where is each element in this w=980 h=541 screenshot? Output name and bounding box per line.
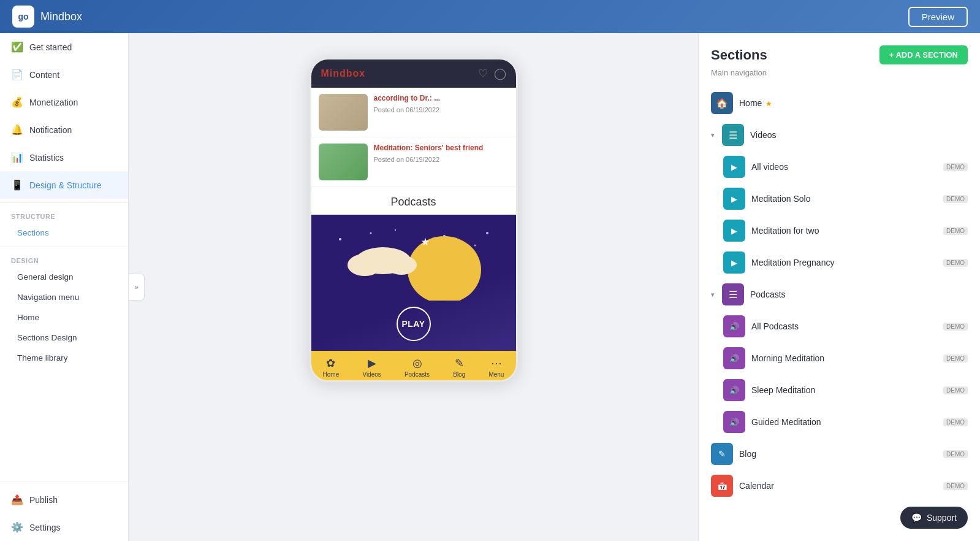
tree-item-meditation-pregnancy[interactable]: ▶ Meditation Pregnancy DEMO bbox=[717, 247, 974, 278]
blog-text-1: according to Dr.: ... Posted on 06/19/20… bbox=[374, 94, 509, 131]
sidebar-sub-item-theme-library[interactable]: Theme library bbox=[0, 348, 128, 368]
add-section-button[interactable]: + ADD A SECTION bbox=[879, 45, 968, 64]
nav-tree: 🏠 Home ★ ▾ ☰ Videos ▶ All videos DEMO bbox=[699, 87, 980, 502]
tree-label-all-podcasts: All Podcasts bbox=[751, 321, 937, 331]
publish-icon: 📤 bbox=[11, 494, 23, 505]
all-podcasts-icon: 🔊 bbox=[723, 315, 745, 337]
support-chat-icon: 💬 bbox=[911, 513, 922, 523]
sidebar-item-content[interactable]: 📄 Content bbox=[0, 61, 128, 88]
tree-label-videos: Videos bbox=[750, 130, 968, 140]
tree-item-meditation-two[interactable]: ▶ Meditation for two DEMO bbox=[717, 215, 974, 247]
blog-title-2: Meditation: Seniors' best friend bbox=[374, 144, 509, 153]
tree-item-meditation-solo[interactable]: ▶ Meditation Solo DEMO bbox=[717, 183, 974, 215]
sidebar-bottom: 📤 Publish ⚙️ Settings bbox=[0, 478, 128, 541]
collapse-panel-button[interactable]: » bbox=[129, 274, 145, 301]
chart-icon: 📊 bbox=[11, 152, 23, 163]
tree-item-all-videos[interactable]: ▶ All videos DEMO bbox=[717, 151, 974, 183]
demo-badge-meditation-pregnancy: DEMO bbox=[943, 259, 968, 267]
home-tree-icon: 🏠 bbox=[711, 92, 733, 114]
demo-badge-sleep-meditation: DEMO bbox=[943, 386, 968, 394]
svg-point-1 bbox=[370, 232, 371, 234]
tree-item-calendar[interactable]: 📅 Calendar DEMO bbox=[705, 470, 974, 502]
blog-date-1: Posted on 06/19/2022 bbox=[374, 106, 509, 113]
blog-item-2: Meditation: Seniors' best friend Posted … bbox=[311, 137, 516, 187]
phone-nav-menu[interactable]: ⋯ Menu bbox=[488, 356, 504, 378]
moon-illustration bbox=[322, 227, 506, 301]
sidebar-item-get-started[interactable]: ✅ Get started bbox=[0, 33, 128, 61]
phone-nav-bar: ✿ Home ▶ Videos ◎ Podcasts ✎ Blog ⋯ Me bbox=[311, 351, 516, 380]
demo-badge-morning-meditation: DEMO bbox=[943, 355, 968, 363]
main-layout: ✅ Get started 📄 Content 💰 Monetization 🔔… bbox=[0, 33, 980, 541]
tree-item-all-podcasts[interactable]: 🔊 All Podcasts DEMO bbox=[717, 310, 974, 342]
sidebar-item-publish[interactable]: 📤 Publish bbox=[0, 486, 128, 513]
tree-label-morning-meditation: Morning Meditation bbox=[751, 353, 937, 363]
profile-icon: ◯ bbox=[494, 67, 506, 80]
tree-label-sleep-meditation: Sleep Meditation bbox=[751, 385, 937, 395]
morning-meditation-icon: 🔊 bbox=[723, 347, 745, 369]
tree-label-blog: Blog bbox=[739, 449, 937, 459]
divider-3 bbox=[0, 482, 128, 482]
tree-label-guided-meditation: Guided Meditation bbox=[751, 417, 937, 427]
app-name: Mindbox bbox=[40, 10, 82, 23]
guided-meditation-icon: 🔊 bbox=[723, 411, 745, 433]
videos-subtree: ▶ All videos DEMO ▶ Meditation Solo DEMO… bbox=[717, 151, 974, 278]
phone-nav-videos[interactable]: ▶ Videos bbox=[362, 356, 381, 378]
phone-nav-podcasts[interactable]: ◎ Podcasts bbox=[405, 356, 430, 378]
podcast-banner: PLAY bbox=[311, 215, 516, 351]
podcasts-chevron-icon[interactable]: ▾ bbox=[711, 291, 715, 299]
demo-badge-guided-meditation: DEMO bbox=[943, 418, 968, 426]
sidebar-sub-item-sections[interactable]: Sections bbox=[0, 223, 128, 243]
tree-item-guided-meditation[interactable]: 🔊 Guided Meditation DEMO bbox=[717, 406, 974, 438]
tree-item-sleep-meditation[interactable]: 🔊 Sleep Meditation DEMO bbox=[717, 374, 974, 406]
sidebar-sub-item-home[interactable]: Home bbox=[0, 307, 128, 328]
phone-nav-home[interactable]: ✿ Home bbox=[323, 356, 340, 378]
demo-badge-all-podcasts: DEMO bbox=[943, 323, 968, 331]
sidebar-sub-item-sections-design[interactable]: Sections Design bbox=[0, 328, 128, 348]
blog-thumb-1 bbox=[319, 94, 368, 131]
svg-point-3 bbox=[474, 245, 476, 247]
podcasts-section-header: Podcasts bbox=[311, 187, 516, 215]
blog-date-2: Posted on 06/19/2022 bbox=[374, 156, 509, 163]
meditation-two-icon: ▶ bbox=[723, 220, 745, 242]
tree-item-videos[interactable]: ▾ ☰ Videos bbox=[705, 119, 974, 151]
sidebar-item-statistics[interactable]: 📊 Statistics bbox=[0, 144, 128, 171]
tree-item-home[interactable]: 🏠 Home ★ bbox=[705, 87, 974, 119]
videos-chevron-icon[interactable]: ▾ bbox=[711, 131, 715, 139]
sidebar-item-monetization[interactable]: 💰 Monetization bbox=[0, 88, 128, 116]
svg-point-0 bbox=[339, 238, 341, 240]
meditation-solo-icon: ▶ bbox=[723, 188, 745, 210]
preview-button[interactable]: Preview bbox=[908, 7, 968, 27]
svg-point-4 bbox=[486, 232, 488, 234]
phone-nav-blog[interactable]: ✎ Blog bbox=[453, 356, 465, 378]
calendar-tree-icon: 📅 bbox=[711, 475, 733, 497]
tree-label-meditation-solo: Meditation Solo bbox=[751, 194, 937, 204]
blog-item-1: according to Dr.: ... Posted on 06/19/20… bbox=[311, 88, 516, 137]
phone-header: Mindbox ♡ ◯ bbox=[311, 59, 516, 88]
svg-point-9 bbox=[386, 255, 417, 275]
tree-label-home: Home ★ bbox=[739, 98, 968, 108]
svg-point-6 bbox=[408, 236, 481, 301]
sections-panel-subtitle: Main navigation bbox=[699, 68, 980, 87]
tree-item-morning-meditation[interactable]: 🔊 Morning Meditation DEMO bbox=[717, 342, 974, 374]
blog-title-1: according to Dr.: ... bbox=[374, 94, 509, 104]
blog-text-2: Meditation: Seniors' best friend Posted … bbox=[374, 144, 509, 180]
home-nav-icon: ✿ bbox=[326, 356, 335, 370]
play-button[interactable]: PLAY bbox=[397, 307, 431, 341]
sidebar-sub-item-general-design[interactable]: General design bbox=[0, 267, 128, 287]
videos-tree-icon: ☰ bbox=[722, 124, 744, 146]
sidebar-item-settings[interactable]: ⚙️ Settings bbox=[0, 513, 128, 541]
tree-item-blog[interactable]: ✎ Blog DEMO bbox=[705, 438, 974, 470]
svg-point-8 bbox=[348, 254, 382, 276]
demo-badge-blog: DEMO bbox=[943, 450, 968, 458]
app-logo: go bbox=[12, 6, 34, 28]
sidebar-sub-item-navigation-menu[interactable]: Navigation menu bbox=[0, 287, 128, 307]
design-label: DESIGN bbox=[0, 251, 128, 267]
sidebar-item-design[interactable]: 📱 Design & Structure bbox=[0, 171, 128, 199]
podcasts-subtree: 🔊 All Podcasts DEMO 🔊 Morning Meditation… bbox=[717, 310, 974, 438]
support-button[interactable]: 💬 Support bbox=[900, 507, 968, 529]
sections-panel-title: Sections bbox=[711, 47, 767, 63]
demo-badge-all-videos: DEMO bbox=[943, 163, 968, 171]
podcasts-nav-icon: ◎ bbox=[412, 356, 422, 370]
sidebar-item-notification[interactable]: 🔔 Notification bbox=[0, 116, 128, 144]
tree-item-podcasts[interactable]: ▾ ☰ Podcasts bbox=[705, 278, 974, 310]
